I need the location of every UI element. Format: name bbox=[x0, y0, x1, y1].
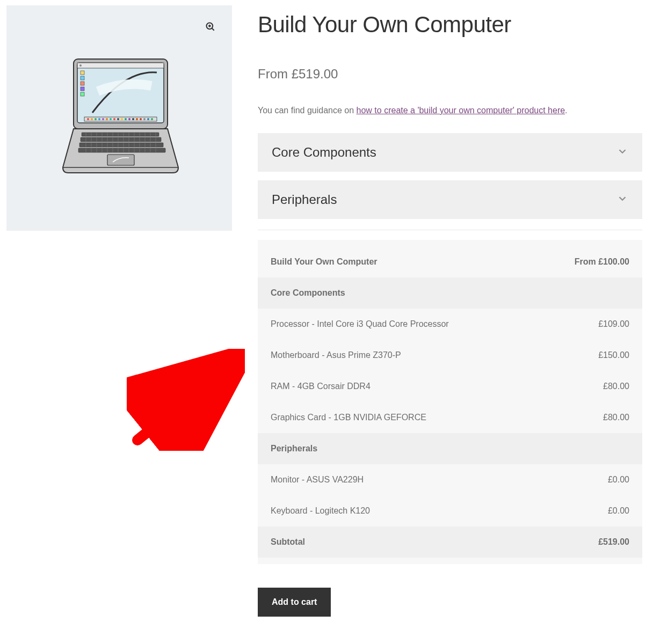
svg-point-18 bbox=[102, 118, 104, 120]
svg-rect-10 bbox=[81, 82, 84, 85]
svg-rect-50 bbox=[107, 155, 134, 165]
svg-point-26 bbox=[132, 118, 134, 120]
line-label: Graphics Card - 1GB NVIDIA GEFORCE bbox=[271, 413, 603, 422]
svg-point-27 bbox=[136, 118, 138, 120]
chevron-down-icon bbox=[616, 145, 628, 159]
line-label: Keyboard - Logitech K120 bbox=[271, 506, 608, 516]
guidance-text: You can find guidance on how to create a… bbox=[258, 104, 642, 117]
svg-point-31 bbox=[151, 118, 153, 120]
svg-rect-33 bbox=[81, 137, 161, 142]
guidance-prefix: You can find guidance on bbox=[258, 106, 357, 115]
svg-rect-32 bbox=[82, 133, 159, 136]
summary-line: Processor - Intel Core i3 Quad Core Proc… bbox=[258, 309, 642, 340]
svg-point-21 bbox=[113, 118, 115, 120]
accordion-title: Peripherals bbox=[272, 192, 337, 207]
accordion-peripherals[interactable]: Peripherals bbox=[258, 180, 642, 219]
svg-point-23 bbox=[121, 118, 123, 120]
svg-point-22 bbox=[117, 118, 119, 120]
divider bbox=[258, 230, 642, 230]
line-value: £0.00 bbox=[608, 506, 629, 516]
svg-point-16 bbox=[95, 118, 97, 120]
summary-line: Graphics Card - 1GB NVIDIA GEFORCE £80.0… bbox=[258, 402, 642, 433]
product-image[interactable] bbox=[6, 5, 232, 231]
svg-rect-35 bbox=[78, 148, 165, 152]
section-heading-label: Core Components bbox=[271, 288, 629, 298]
zoom-icon[interactable] bbox=[203, 19, 218, 34]
svg-point-30 bbox=[147, 118, 149, 120]
price-summary: Build Your Own Computer From £100.00 Cor… bbox=[258, 240, 642, 564]
svg-point-19 bbox=[106, 118, 108, 120]
summary-line: RAM - 4GB Corsair DDR4 £80.00 bbox=[258, 371, 642, 402]
svg-point-7 bbox=[79, 64, 82, 67]
svg-point-24 bbox=[125, 118, 127, 120]
accordion-core-components[interactable]: Core Components bbox=[258, 133, 642, 172]
svg-rect-9 bbox=[81, 76, 84, 80]
svg-point-15 bbox=[91, 118, 93, 120]
summary-subtotal: Subtotal £519.00 bbox=[258, 526, 642, 558]
summary-header: Build Your Own Computer From £100.00 bbox=[258, 246, 642, 277]
svg-rect-8 bbox=[81, 71, 84, 75]
chevron-down-icon bbox=[616, 193, 628, 207]
guidance-suffix: . bbox=[565, 106, 567, 115]
subtotal-label: Subtotal bbox=[271, 537, 598, 547]
add-to-cart-button[interactable]: Add to cart bbox=[258, 588, 331, 617]
svg-rect-34 bbox=[79, 143, 163, 147]
product-from-price: From £519.00 bbox=[258, 67, 642, 82]
subtotal-value: £519.00 bbox=[598, 537, 629, 547]
line-label: Processor - Intel Core i3 Quad Core Proc… bbox=[271, 319, 598, 329]
summary-header-value: From £100.00 bbox=[575, 257, 629, 267]
svg-point-17 bbox=[98, 118, 100, 120]
line-value: £80.00 bbox=[603, 382, 629, 391]
guidance-link[interactable]: how to create a 'build your own computer… bbox=[357, 106, 565, 115]
line-label: RAM - 4GB Corsair DDR4 bbox=[271, 382, 603, 391]
summary-line: Keyboard - Logitech K120 £0.00 bbox=[258, 495, 642, 526]
line-value: £80.00 bbox=[603, 413, 629, 422]
accordion-title: Core Components bbox=[272, 145, 376, 160]
summary-line: Motherboard - Asus Prime Z370-P £150.00 bbox=[258, 340, 642, 371]
svg-point-20 bbox=[110, 118, 112, 120]
section-heading-label: Peripherals bbox=[271, 444, 629, 453]
svg-line-1 bbox=[212, 28, 214, 31]
svg-point-28 bbox=[140, 118, 142, 120]
line-value: £0.00 bbox=[608, 475, 629, 485]
svg-point-14 bbox=[87, 118, 89, 120]
line-label: Motherboard - Asus Prime Z370-P bbox=[271, 350, 598, 360]
line-value: £109.00 bbox=[598, 319, 629, 329]
line-label: Monitor - ASUS VA229H bbox=[271, 475, 608, 485]
line-value: £150.00 bbox=[598, 350, 629, 360]
svg-rect-12 bbox=[81, 92, 84, 96]
svg-point-25 bbox=[128, 118, 130, 120]
svg-point-29 bbox=[143, 118, 146, 120]
summary-header-label: Build Your Own Computer bbox=[271, 257, 575, 267]
product-title: Build Your Own Computer bbox=[258, 12, 642, 38]
summary-line: Monitor - ASUS VA229H £0.00 bbox=[258, 464, 642, 495]
summary-section-heading: Peripherals bbox=[258, 433, 642, 464]
summary-section-heading: Core Components bbox=[258, 277, 642, 309]
laptop-illustration bbox=[44, 43, 194, 193]
svg-rect-11 bbox=[81, 87, 84, 91]
svg-rect-6 bbox=[77, 63, 164, 68]
